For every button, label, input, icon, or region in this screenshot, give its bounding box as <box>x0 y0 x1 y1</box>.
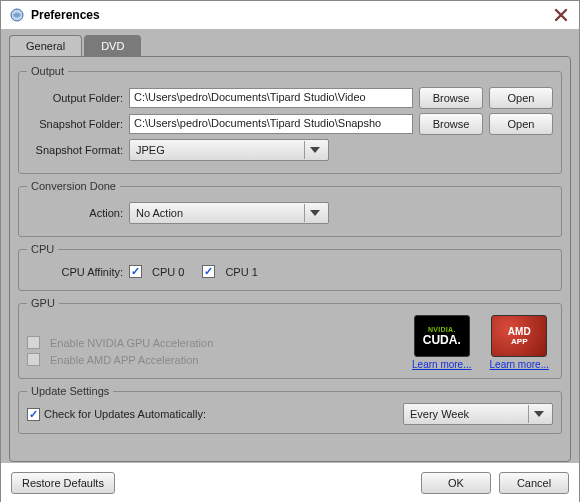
output-folder-browse-button[interactable]: Browse <box>419 87 483 109</box>
app-icon <box>9 7 25 23</box>
group-gpu-legend: GPU <box>27 297 59 309</box>
restore-defaults-button[interactable]: Restore Defaults <box>11 472 115 494</box>
tab-panel: Output Output Folder: C:\Users\pedro\Doc… <box>9 56 571 462</box>
nvidia-accel-label: Enable NVIDIA GPU Acceleration <box>50 337 213 349</box>
tab-general-label: General <box>26 40 65 52</box>
conversion-action-value: No Action <box>136 207 300 219</box>
window-title: Preferences <box>31 8 100 22</box>
cpu-affinity-label: CPU Affinity: <box>27 266 123 278</box>
amd-badge-bot: APP <box>511 337 527 346</box>
cpu0-checkbox[interactable] <box>129 265 142 278</box>
nvidia-cuda-icon: NVIDIA. CUDA. <box>414 315 470 357</box>
snapshot-folder-label: Snapshot Folder: <box>27 118 123 130</box>
amd-badge-top: AMD <box>508 326 531 337</box>
output-folder-input[interactable]: C:\Users\pedro\Documents\Tipard Studio\V… <box>129 88 413 108</box>
check-updates-label: Check for Updates Automatically: <box>44 408 206 420</box>
amd-learn-more-link[interactable]: Learn more... <box>490 359 549 370</box>
preferences-window: Preferences General DVD Output Output Fo… <box>0 0 580 502</box>
conversion-action-label: Action: <box>27 207 123 219</box>
snapshot-folder-browse-button[interactable]: Browse <box>419 113 483 135</box>
snapshot-folder-input[interactable]: C:\Users\pedro\Documents\Tipard Studio\S… <box>129 114 413 134</box>
update-interval-select[interactable]: Every Week <box>403 403 553 425</box>
amd-badge: AMD APP Learn more... <box>490 315 549 370</box>
cancel-button[interactable]: Cancel <box>499 472 569 494</box>
update-interval-value: Every Week <box>410 408 524 420</box>
nvidia-learn-more-link[interactable]: Learn more... <box>412 359 471 370</box>
check-updates-checkbox[interactable] <box>27 408 40 421</box>
group-output: Output Output Folder: C:\Users\pedro\Doc… <box>18 65 562 174</box>
tab-general[interactable]: General <box>9 35 82 56</box>
dialog-footer: Restore Defaults OK Cancel <box>1 463 579 502</box>
snapshot-format-value: JPEG <box>136 144 300 156</box>
conversion-action-select[interactable]: No Action <box>129 202 329 224</box>
output-folder-open-button[interactable]: Open <box>489 87 553 109</box>
cpu1-label: CPU 1 <box>225 266 257 278</box>
snapshot-format-label: Snapshot Format: <box>27 144 123 156</box>
group-update-settings: Update Settings Check for Updates Automa… <box>18 385 562 434</box>
snapshot-format-select[interactable]: JPEG <box>129 139 329 161</box>
cpu1-checkbox[interactable] <box>202 265 215 278</box>
tab-bar: General DVD <box>9 35 571 56</box>
nvidia-badge-top: NVIDIA. <box>428 326 456 333</box>
amd-accel-checkbox <box>27 353 40 366</box>
group-cpu-legend: CPU <box>27 243 58 255</box>
close-button[interactable] <box>551 5 571 25</box>
group-update-legend: Update Settings <box>27 385 113 397</box>
chevron-down-icon <box>304 141 324 159</box>
cpu0-label: CPU 0 <box>152 266 184 278</box>
group-conversion-done: Conversion Done Action: No Action <box>18 180 562 237</box>
nvidia-badge: NVIDIA. CUDA. Learn more... <box>412 315 471 370</box>
titlebar: Preferences <box>1 1 579 29</box>
chevron-down-icon <box>304 204 324 222</box>
group-conversion-legend: Conversion Done <box>27 180 120 192</box>
nvidia-accel-checkbox <box>27 336 40 349</box>
nvidia-badge-bot: CUDA. <box>423 333 461 347</box>
tab-dvd[interactable]: DVD <box>84 35 141 56</box>
amd-app-icon: AMD APP <box>491 315 547 357</box>
chevron-down-icon <box>528 405 548 423</box>
group-gpu: GPU Enable NVIDIA GPU Acceleration Enabl… <box>18 297 562 379</box>
group-output-legend: Output <box>27 65 68 77</box>
tab-dvd-label: DVD <box>101 40 124 52</box>
ok-button[interactable]: OK <box>421 472 491 494</box>
snapshot-folder-open-button[interactable]: Open <box>489 113 553 135</box>
dialog-body: General DVD Output Output Folder: C:\Use… <box>1 29 579 463</box>
output-folder-label: Output Folder: <box>27 92 123 104</box>
group-cpu: CPU CPU Affinity: CPU 0 CPU 1 <box>18 243 562 291</box>
amd-accel-label: Enable AMD APP Acceleration <box>50 354 198 366</box>
